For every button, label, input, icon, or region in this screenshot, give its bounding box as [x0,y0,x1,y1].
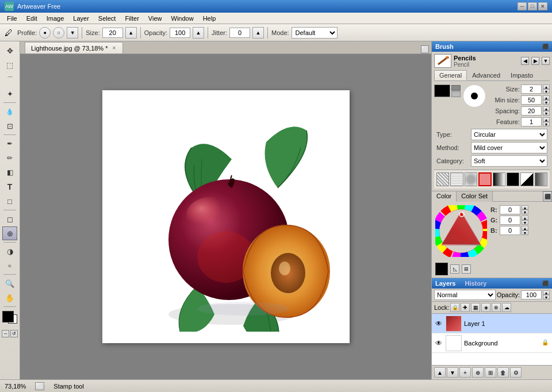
brush-panel-expand[interactable]: ⬛ [542,44,549,49]
canvas-tab-active[interactable]: Lighthouse.jpg @ 73,18% * × [25,42,123,53]
color-extra-1[interactable]: ◺ [450,264,459,274]
color-extra-2[interactable]: ⊞ [462,264,471,274]
jitter-input[interactable] [229,28,250,38]
tool-smudge[interactable]: ≈ [2,259,17,272]
layer-row-bg[interactable]: 👁 Background 🔒 [432,333,552,353]
lock-btn-1[interactable]: 🔒 [450,303,459,312]
layer-mode-select[interactable]: Normal Multiply Screen [434,290,496,300]
opacity-input[interactable] [170,28,190,38]
layer-duplicate[interactable]: ⊕ [472,367,484,378]
minimize-button[interactable]: ─ [518,2,527,10]
menu-view[interactable]: View [144,14,167,23]
close-button[interactable]: ✕ [538,2,547,10]
color-tab-colorset[interactable]: Color Set [457,191,493,202]
status-btn-1[interactable]: ⬜ [35,382,44,390]
b-spin-up[interactable]: ▲ [522,226,528,230]
opacity-spin[interactable]: ▲ [193,27,204,39]
spacing-spin-up[interactable]: ▲ [543,106,550,111]
brush-ctrl-1[interactable] [451,85,461,91]
tool-fill[interactable]: ◧ [2,166,17,179]
size-spin-down[interactable]: ▼ [543,89,550,94]
lock-btn-4[interactable]: ◈ [481,303,490,312]
brush-tab-general[interactable]: General [434,70,467,80]
r-spin-up[interactable]: ▲ [522,205,528,210]
b-spin-down[interactable]: ▼ [522,230,528,235]
layer-btn-1[interactable]: ▲ [434,367,446,378]
reset-colors[interactable]: ↺ [10,330,18,337]
tab-layers[interactable]: Layers [435,280,460,287]
tool-marquee[interactable]: ⬚ [2,58,17,72]
brush-tab-impasto[interactable]: Impasto [505,70,538,80]
feature-spin-down[interactable]: ▼ [543,122,550,126]
brush-swatch-1[interactable] [436,172,449,186]
menu-filter[interactable]: Filter [120,14,143,23]
brush-swatch-8[interactable] [535,172,547,186]
menu-help[interactable]: Help [198,14,221,23]
menu-window[interactable]: Window [167,14,198,23]
brush-tab-advanced[interactable]: Advanced [467,70,505,80]
layer-merge[interactable]: ⊞ [485,367,496,378]
brush-size-input[interactable] [521,84,542,94]
layer-1-visibility[interactable]: 👁 [434,319,443,328]
category-select[interactable]: Soft Hard Chalk [471,155,547,167]
fg-color[interactable] [2,311,14,322]
tool-eyedropper[interactable]: 💧 [2,105,17,118]
layer-opacity-input[interactable] [521,290,542,299]
menu-select[interactable]: Select [94,14,121,23]
color-panel-expand[interactable]: ⬛ [543,191,552,202]
menu-layer[interactable]: Layer [68,14,94,23]
opacity-spin-down[interactable]: ▼ [543,295,550,299]
minsize-spin-down[interactable]: ▼ [543,100,550,105]
menu-edit[interactable]: Edit [22,14,42,23]
r-spin-down[interactable]: ▼ [522,210,528,214]
tool-clone-stamp[interactable]: ⊕ [2,226,17,240]
tool-pen[interactable]: ✒ [2,137,17,151]
layer-new[interactable]: + [459,367,471,378]
brush-swatch-7[interactable] [520,172,533,186]
tool-eraser[interactable]: ◻ [2,212,17,226]
menu-image[interactable]: Image [42,14,69,23]
tool-rectangle[interactable]: □ [2,194,17,208]
layer-delete[interactable]: 🗑 [497,367,509,378]
menu-file[interactable]: File [2,14,22,23]
tab-history[interactable]: History [460,280,491,287]
lock-btn-5[interactable]: ⊕ [492,303,501,312]
color-wheel[interactable] [435,205,487,257]
spacing-spin-down[interactable]: ▼ [543,111,550,116]
swap-colors[interactable]: ↔ [2,330,9,337]
size-spin[interactable]: ▲ [125,27,137,39]
size-spin-up[interactable]: ▲ [543,84,550,89]
brush-color-swatch[interactable] [434,84,450,97]
lock-btn-3[interactable]: ▦ [471,303,480,312]
tool-crop[interactable]: ⊡ [2,119,17,133]
r-input[interactable] [500,205,520,214]
lock-btn-2[interactable]: ✚ [461,303,470,312]
layer-row-1[interactable]: 👁 Layer 1 [432,314,552,333]
tool-pencil[interactable]: ✏ [2,151,17,165]
tool-magic-wand[interactable]: ✦ [2,87,17,101]
brush-prev-arrow[interactable]: ◀ [521,57,529,65]
color-selector[interactable] [1,311,18,328]
brush-preview[interactable] [434,54,451,68]
tool-move[interactable]: ✥ [2,44,17,57]
tool-burn[interactable]: ◑ [2,244,17,258]
fg-color-swatch[interactable] [435,263,448,275]
brush-swatch-5[interactable] [493,172,505,186]
canvas-viewport[interactable] [20,54,431,379]
tool-text[interactable]: T [2,180,17,194]
profile-btn2[interactable]: ○ [53,27,64,39]
b-input[interactable] [500,226,520,235]
tool-hand[interactable]: ✋ [2,291,17,305]
minsize-spin-up[interactable]: ▲ [543,95,550,100]
brush-minsize-input[interactable] [521,95,542,105]
brush-swatch-6[interactable] [507,172,519,186]
brush-next-arrow[interactable]: ▶ [531,57,539,65]
lock-btn-6[interactable]: ☁ [502,303,511,312]
g-spin-down[interactable]: ▼ [522,220,528,225]
brush-ctrl-2[interactable] [451,91,461,97]
layer-bg-visibility[interactable]: 👁 [434,339,443,348]
layer-settings[interactable]: ⚙ [510,367,522,378]
brush-swatch-3[interactable] [465,172,477,186]
type-select[interactable]: Circular Flat Soft [471,129,547,140]
brush-spacing-input[interactable] [521,106,542,116]
